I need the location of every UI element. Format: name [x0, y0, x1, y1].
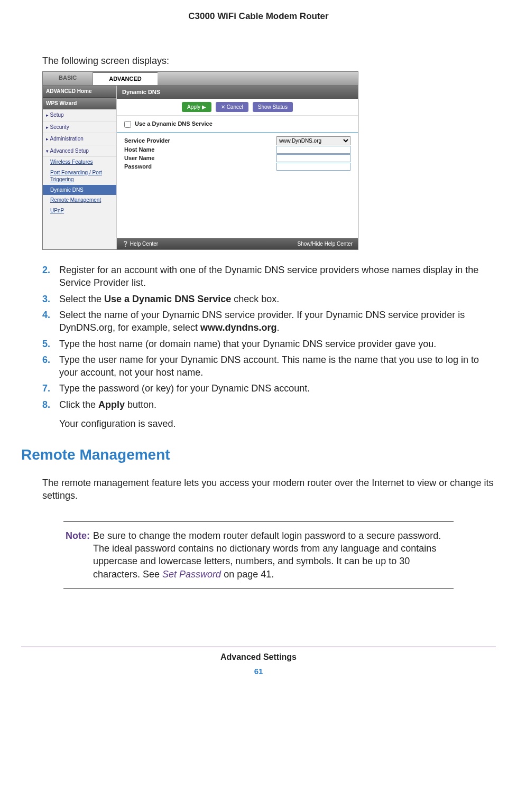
step-number: 6.	[42, 353, 59, 379]
step-body: Type the user name for your Dynamic DNS …	[59, 353, 496, 379]
sidebar-security[interactable]: Security	[43, 122, 116, 134]
step-number: 8.	[42, 398, 59, 411]
help-center-link[interactable]: ❔ Help Center	[122, 240, 158, 248]
host-name-input[interactable]	[276, 146, 350, 154]
sidebar-advanced-setup[interactable]: Advanced Setup	[43, 145, 116, 157]
note-box: Note: Be sure to change the modem router…	[63, 521, 454, 589]
tab-advanced[interactable]: ADVANCED	[93, 72, 158, 85]
step-body: Register for an account with one of the …	[59, 264, 496, 290]
step-body: Select the Use a Dynamic DNS Service che…	[59, 293, 496, 305]
service-provider-label: Service Provider	[124, 137, 276, 145]
sidebar-administration[interactable]: Administration	[43, 133, 116, 145]
after-steps-text: Your configuration is saved.	[59, 417, 496, 430]
step-number: 3.	[42, 293, 59, 305]
show-status-button[interactable]: Show Status	[253, 102, 293, 113]
sidebar-wireless-features[interactable]: Wireless Features	[43, 157, 116, 167]
step: 7.Type the password (or key) for your Dy…	[42, 382, 496, 395]
footer-section-title: Advanced Settings	[21, 651, 496, 663]
host-name-label: Host Name	[124, 146, 276, 154]
note-label: Note:	[66, 529, 90, 581]
use-ddns-row: Use a Dynamic DNS Service	[117, 116, 358, 133]
intro-text: The following screen displays:	[42, 54, 496, 67]
step-number: 4.	[42, 309, 59, 334]
step-body: Type the password (or key) for your Dyna…	[59, 382, 496, 395]
shot-footer: ❔ Help Center Show/Hide Help Center	[117, 238, 358, 250]
step-number: 7.	[42, 382, 59, 395]
password-input[interactable]	[276, 163, 350, 171]
panel-buttons: Apply ▶ ✕ Cancel Show Status	[117, 99, 358, 116]
shot-tabs: BASIC ADVANCED	[43, 72, 358, 86]
step: 5.Type the host name (or domain name) th…	[42, 338, 496, 350]
section-paragraph: The remote management feature lets you a…	[42, 477, 496, 502]
step: 4.Select the name of your Dynamic DNS se…	[42, 309, 496, 334]
sidebar-remote-management[interactable]: Remote Management	[43, 195, 116, 206]
step: 8.Click the Apply button.	[42, 398, 496, 411]
apply-button[interactable]: Apply ▶	[182, 102, 211, 113]
step: 3.Select the Use a Dynamic DNS Service c…	[42, 293, 496, 305]
step-body: Type the host name (or domain name) that…	[59, 338, 496, 350]
sidebar: ADVANCED Home WPS Wizard Setup Security …	[43, 86, 117, 249]
cancel-button[interactable]: ✕ Cancel	[216, 102, 248, 113]
sidebar-advanced-home[interactable]: ADVANCED Home	[43, 86, 116, 98]
note-text-post: on page 41.	[221, 569, 274, 580]
show-hide-help[interactable]: Show/Hide Help Center	[298, 240, 353, 248]
user-name-label: User Name	[124, 154, 276, 162]
step-number: 2.	[42, 264, 59, 290]
password-label: Password	[124, 163, 276, 171]
footer-page-number: 61	[21, 666, 496, 677]
step-number: 5.	[42, 338, 59, 350]
sidebar-port-forwarding[interactable]: Port Forwarding / Port Triggering	[43, 167, 116, 185]
step-list: 2.Register for an account with one of th…	[42, 264, 496, 411]
use-ddns-label: Use a Dynamic DNS Service	[135, 120, 213, 127]
section-heading: Remote Management	[21, 445, 496, 465]
doc-header: C3000 WiFi Cable Modem Router	[21, 11, 496, 23]
page-footer: Advanced Settings 61	[21, 647, 496, 677]
main-panel: Dynamic DNS Apply ▶ ✕ Cancel Show Status…	[117, 86, 358, 249]
user-name-input[interactable]	[276, 154, 350, 162]
sidebar-wps[interactable]: WPS Wizard	[43, 98, 116, 110]
note-body: Be sure to change the modem router defau…	[93, 529, 451, 581]
step-body: Select the name of your Dynamic DNS serv…	[59, 309, 496, 334]
step: 2.Register for an account with one of th…	[42, 264, 496, 290]
service-provider-select[interactable]: www.DynDNS.org	[276, 136, 350, 145]
router-screenshot: BASIC ADVANCED ADVANCED Home WPS Wizard …	[42, 71, 358, 250]
step-body: Click the Apply button.	[59, 398, 496, 411]
tab-basic[interactable]: BASIC	[43, 72, 93, 85]
step: 6.Type the user name for your Dynamic DN…	[42, 353, 496, 379]
note-link[interactable]: Set Password	[162, 569, 221, 580]
sidebar-dynamic-dns[interactable]: Dynamic DNS	[43, 185, 116, 195]
sidebar-upnp[interactable]: UPnP	[43, 206, 116, 216]
panel-title: Dynamic DNS	[117, 86, 358, 99]
use-ddns-checkbox[interactable]	[124, 121, 131, 128]
sidebar-setup[interactable]: Setup	[43, 109, 116, 122]
